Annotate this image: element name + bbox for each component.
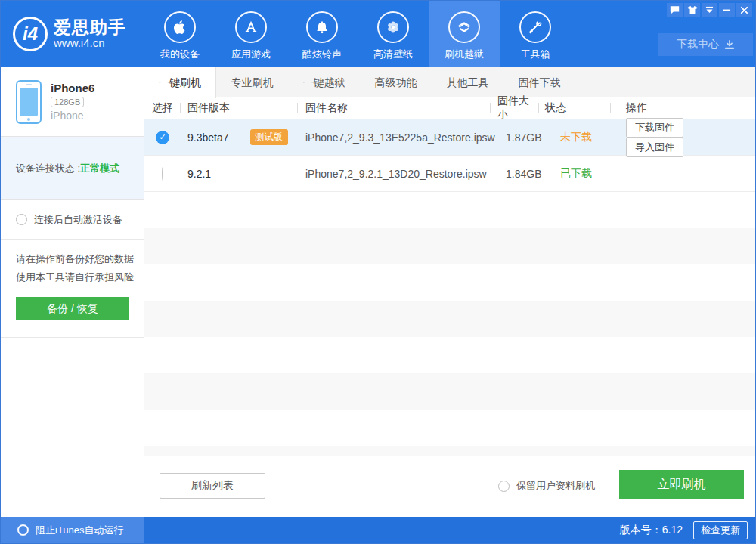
flash-now-button[interactable]: 立即刷机: [619, 470, 744, 499]
appstore-icon: [235, 11, 267, 43]
row-selected-radio[interactable]: ✓: [156, 131, 169, 144]
tshirt-icon: [687, 5, 698, 14]
tab-bar: 一键刷机 专业刷机 一键越狱 高级功能 其他工具 固件下载: [144, 67, 755, 97]
download-center-button[interactable]: 下载中心: [658, 33, 753, 56]
nav-label: 刷机越狱: [445, 48, 484, 61]
skin-button[interactable]: [684, 3, 700, 17]
nav-item-wallpapers[interactable]: 高清壁纸: [358, 1, 429, 67]
beta-badge: 测试版: [250, 129, 288, 145]
firmware-version: 9.2.1: [187, 168, 211, 180]
nav-item-toolbox[interactable]: 工具箱: [500, 1, 571, 67]
version-label: 版本号：6.12: [620, 524, 683, 537]
refresh-list-button[interactable]: 刷新列表: [160, 473, 265, 499]
row-select-radio[interactable]: [162, 167, 163, 181]
download-center-label: 下载中心: [677, 38, 719, 51]
logo-i4-icon: i4: [13, 17, 48, 51]
nav-item-ringtones[interactable]: 酷炫铃声: [287, 1, 358, 67]
apple-icon: [164, 11, 196, 43]
block-itunes-label: 阻止iTunes自动运行: [36, 524, 124, 537]
close-icon: [740, 6, 748, 14]
warning-line-2: 使用本工具请自行承担风险: [16, 268, 144, 286]
download-icon: [724, 40, 735, 50]
bell-icon: [306, 11, 338, 43]
action-bar: 刷新列表 保留用户资料刷机 立即刷机: [144, 456, 755, 517]
device-name: iPhone6: [51, 82, 94, 94]
header: i4 爱思助手 www.i4.cn 我的设备 应用游戏: [1, 1, 755, 67]
connection-status: 设备连接状态 : 正常模式: [1, 136, 144, 200]
nav-item-apps-games[interactable]: 应用游戏: [215, 1, 287, 67]
table-row[interactable]: 9.2.1 iPhone7,2_9.2.1_13D20_Restore.ipsw…: [144, 156, 755, 192]
nav-label: 高清壁纸: [373, 48, 413, 61]
table-row[interactable]: ✓ 9.3beta7 测试版 iPhone7,2_9.3_13E5225a_Re…: [144, 119, 755, 156]
iphone-icon: [16, 80, 42, 124]
block-itunes-option: 阻止iTunes自动运行: [1, 517, 144, 543]
nav-label: 酷炫铃声: [302, 48, 342, 61]
minimize-button[interactable]: [719, 3, 735, 17]
footer: 阻止iTunes自动运行 版本号：6.12 检查更新: [1, 517, 755, 543]
tab-one-key-flash[interactable]: 一键刷机: [144, 67, 216, 98]
keep-user-data-radio[interactable]: [498, 481, 510, 492]
tab-other-tools[interactable]: 其他工具: [432, 67, 503, 97]
keep-user-data-label: 保留用户资料刷机: [516, 479, 595, 493]
column-operation: 操作: [611, 101, 755, 115]
auto-activate-option: 连接后自动激活设备: [1, 200, 144, 240]
warning-section: 请在操作前备份好您的数据 使用本工具请自行承担风险 备份 / 恢复: [1, 240, 144, 338]
main-nav: 我的设备 应用游戏 酷炫铃声 高清壁纸: [144, 1, 571, 67]
tab-advanced-features[interactable]: 高级功能: [360, 67, 432, 97]
menu-button[interactable]: [702, 3, 717, 17]
column-select: 选择: [144, 101, 181, 115]
column-size: 固件大小: [491, 94, 539, 122]
column-version: 固件版本: [181, 101, 298, 115]
device-capacity-badge: 128GB: [51, 97, 84, 107]
nav-label: 我的设备: [160, 48, 200, 61]
device-type: iPhone: [51, 110, 94, 122]
warning-line-1: 请在操作前备份好您的数据: [16, 250, 144, 268]
empty-table-area: [144, 192, 755, 456]
table-header: 选择 固件版本 固件名称 固件大小 状态 操作: [144, 97, 755, 119]
close-button[interactable]: [736, 3, 752, 17]
auto-activate-radio[interactable]: [16, 214, 27, 225]
chevron-down-icon: [705, 6, 714, 14]
firmware-size: 1.84GB: [491, 168, 539, 180]
column-name: 固件名称: [298, 101, 491, 115]
column-status: 状态: [539, 101, 611, 115]
status-badge: 已下载: [539, 167, 611, 181]
main-panel: 一键刷机 专业刷机 一键越狱 高级功能 其他工具 固件下载 选择 固件版本 固件…: [144, 67, 755, 517]
flash-box-icon: [448, 11, 480, 43]
check-update-button[interactable]: 检查更新: [693, 521, 748, 539]
app-window: i4 爱思助手 www.i4.cn 我的设备 应用游戏: [0, 0, 756, 544]
tab-one-key-jailbreak[interactable]: 一键越狱: [288, 67, 360, 97]
firmware-name: iPhone7,2_9.2.1_13D20_Restore.ipsw: [298, 168, 491, 180]
feedback-button[interactable]: [667, 3, 683, 17]
nav-label: 应用游戏: [231, 48, 271, 61]
window-controls: [665, 3, 752, 17]
wallpaper-icon: [377, 11, 409, 43]
nav-item-flash-jailbreak[interactable]: 刷机越狱: [429, 1, 500, 67]
device-info: iPhone6 128GB iPhone: [1, 67, 144, 136]
app-title: 爱思助手: [54, 18, 126, 37]
auto-activate-label: 连接后自动激活设备: [34, 213, 122, 227]
sidebar: iPhone6 128GB iPhone 设备连接状态 : 正常模式 连接后自动…: [1, 67, 144, 517]
chat-bubble-icon: [670, 5, 680, 14]
toolbox-icon: [519, 11, 551, 43]
app-url: www.i4.cn: [54, 37, 126, 50]
logo: i4 爱思助手 www.i4.cn: [1, 1, 144, 67]
import-firmware-button[interactable]: 导入固件: [626, 138, 683, 157]
minimize-icon: [723, 6, 731, 14]
tab-firmware-download[interactable]: 固件下载: [503, 67, 575, 97]
nav-label: 工具箱: [521, 48, 550, 61]
nav-item-my-device[interactable]: 我的设备: [144, 1, 215, 67]
block-itunes-radio[interactable]: [17, 524, 29, 536]
firmware-version: 9.3beta7: [187, 131, 229, 144]
status-badge: 未下载: [539, 131, 611, 144]
tab-pro-flash[interactable]: 专业刷机: [216, 67, 288, 97]
backup-restore-button[interactable]: 备份 / 恢复: [16, 297, 129, 320]
firmware-size: 1.87GB: [491, 131, 539, 144]
firmware-name: iPhone7,2_9.3_13E5225a_Restore.ipsw: [298, 131, 491, 144]
download-firmware-button[interactable]: 下载固件: [626, 118, 683, 138]
connection-status-value: 正常模式: [80, 162, 119, 175]
keep-user-data-option: 保留用户资料刷机: [498, 479, 595, 493]
connection-status-label: 设备连接状态 :: [16, 162, 80, 175]
